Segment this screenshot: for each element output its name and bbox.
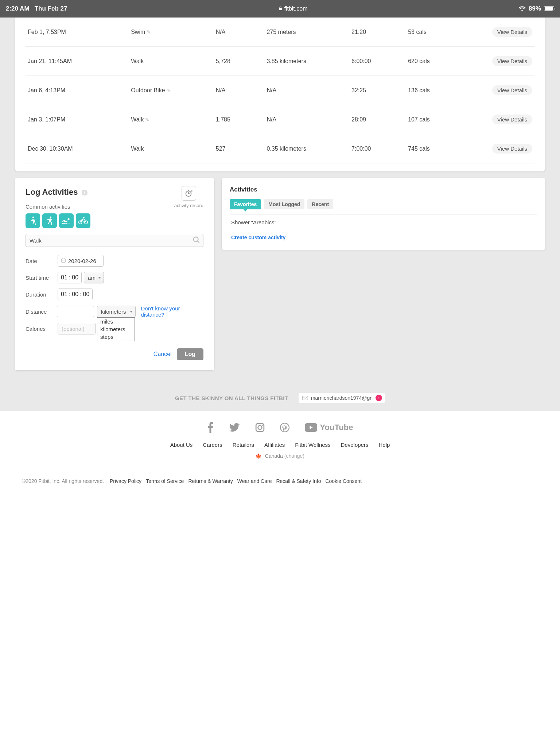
pencil-icon[interactable]: ✎: [167, 88, 171, 93]
duration-label: Duration: [26, 291, 58, 298]
footer-link[interactable]: Developers: [341, 442, 369, 448]
view-details-button[interactable]: View Details: [492, 27, 532, 37]
activity-search-input[interactable]: [26, 234, 203, 247]
run-icon[interactable]: [42, 213, 57, 228]
calories-label: Calories: [26, 326, 58, 332]
footer-link[interactable]: About Us: [170, 442, 193, 448]
view-details-button[interactable]: View Details: [492, 115, 532, 124]
ipad-status-bar: 2:20 AM Thu Feb 27 fitbit.com 89%: [0, 0, 560, 18]
activity-date: Jan 21, 11:45AM: [26, 47, 127, 76]
calories-input[interactable]: [58, 323, 96, 334]
log-activities-card: Log Activities i activity record Common …: [15, 178, 214, 370]
footer-link[interactable]: Help: [378, 442, 390, 448]
activity-duration: 32:25: [348, 76, 404, 105]
date-input[interactable]: 2020-02-26: [58, 255, 104, 267]
activity-date: Jan 3, 1:07PM: [26, 105, 127, 134]
activity-distance: 3.85 kilometers: [263, 47, 348, 76]
unit-option[interactable]: miles: [97, 318, 135, 325]
favorite-item[interactable]: Shower “Areobics”: [230, 215, 537, 230]
cancel-button[interactable]: Cancel: [153, 351, 172, 357]
pencil-icon[interactable]: ✎: [145, 117, 149, 123]
info-icon[interactable]: i: [82, 190, 88, 196]
wifi-icon: [518, 6, 526, 11]
unit-option[interactable]: kilometers: [97, 325, 135, 333]
date-label: Date: [26, 258, 58, 264]
table-row: Jan 21, 11:45AMWalk5,7283.85 kilometers6…: [26, 47, 534, 76]
legal-link[interactable]: Cookie Consent: [325, 478, 362, 484]
swim-icon[interactable]: [59, 213, 74, 228]
ampm-select[interactable]: am: [84, 272, 104, 283]
activity-steps: N/A: [212, 76, 263, 105]
legal-link[interactable]: Returns & Warranty: [188, 478, 233, 484]
table-row: Jan 3, 1:07PMWalk✎1,785N/A28:09107 calsV…: [26, 105, 534, 134]
newsletter-bar: GET THE SKINNY ON ALL THINGS FITBIT marn…: [0, 385, 560, 411]
distance-help-link[interactable]: Don't know your distance?: [141, 305, 203, 318]
footer-link[interactable]: Careers: [203, 442, 222, 448]
newsletter-email-input[interactable]: marnierichardson1974@gn ›: [299, 393, 385, 403]
svg-point-7: [194, 237, 198, 242]
site-footer: YouTube About UsCareersRetailersAffiliat…: [0, 411, 560, 499]
legal-link[interactable]: Privacy Policy: [110, 478, 141, 484]
status-date: Thu Feb 27: [35, 5, 67, 12]
activity-duration: 21:20: [348, 18, 404, 47]
region-selector[interactable]: 🍁 Canada (change): [0, 453, 560, 459]
bike-icon[interactable]: [76, 213, 90, 228]
footer-link[interactable]: Affiliates: [264, 442, 285, 448]
start-time-input[interactable]: 01:00: [58, 272, 82, 283]
activity-date: Jan 6, 4:13PM: [26, 76, 127, 105]
walk-icon[interactable]: [26, 213, 40, 228]
distance-unit-select[interactable]: kilometers mileskilometerssteps: [97, 306, 136, 317]
activity-calories: 620 cals: [404, 47, 467, 76]
log-button[interactable]: Log: [177, 348, 203, 360]
activity-record[interactable]: activity record: [174, 186, 203, 208]
activity-steps: 5,728: [212, 47, 263, 76]
activity-history-card: Feb 1, 7:53PMSwim✎N/A275 meters21:2053 c…: [15, 18, 545, 171]
duration-input[interactable]: 01:00:00: [58, 289, 93, 300]
svg-rect-9: [303, 396, 308, 400]
svg-point-11: [258, 426, 262, 430]
unit-option[interactable]: steps: [97, 333, 135, 341]
activity-duration: 7:00:00: [348, 134, 404, 163]
battery-icon: [544, 6, 554, 11]
tab-recent[interactable]: Recent: [307, 199, 333, 209]
distance-unit-dropdown[interactable]: mileskilometerssteps: [97, 317, 135, 341]
browser-domain: fitbit.com: [284, 5, 307, 12]
search-icon[interactable]: [192, 236, 201, 244]
newsletter-submit-icon[interactable]: ›: [376, 395, 382, 401]
youtube-link[interactable]: YouTube: [305, 423, 353, 432]
activity-table: Feb 1, 7:53PMSwim✎N/A275 meters21:2053 c…: [26, 18, 534, 163]
activity-calories: 107 cals: [404, 105, 467, 134]
view-details-button[interactable]: View Details: [492, 56, 532, 66]
activity-date: Feb 1, 7:53PM: [26, 18, 127, 47]
activity-name: Outdoor Bike✎: [127, 76, 212, 105]
activities-sidebar: Activities FavoritesMost LoggedRecent Sh…: [222, 178, 545, 250]
instagram-icon[interactable]: [255, 423, 265, 432]
activity-duration: 6:00:00: [348, 47, 404, 76]
tab-favorites[interactable]: Favorites: [230, 199, 261, 209]
view-details-button[interactable]: View Details: [492, 144, 532, 154]
footer-link[interactable]: Retailers: [233, 442, 254, 448]
svg-point-3: [67, 218, 69, 220]
legal-link[interactable]: Wear and Care: [237, 478, 272, 484]
facebook-icon[interactable]: [207, 422, 214, 433]
envelope-icon: [302, 396, 308, 400]
create-custom-activity-link[interactable]: Create custom activity: [230, 230, 537, 246]
pencil-icon[interactable]: ✎: [147, 29, 151, 35]
twitter-icon[interactable]: [229, 423, 240, 432]
legal-link[interactable]: Recall & Safety Info: [276, 478, 321, 484]
activity-date: Dec 30, 10:30AM: [26, 134, 127, 163]
view-details-button[interactable]: View Details: [492, 85, 532, 95]
activity-distance: N/A: [263, 76, 348, 105]
activity-calories: 53 cals: [404, 18, 467, 47]
table-row: Dec 30, 10:30AMWalk5270.35 kilometers7:0…: [26, 134, 534, 163]
legal-link[interactable]: Terms of Service: [146, 478, 184, 484]
newsletter-text: GET THE SKINNY ON ALL THINGS FITBIT: [175, 395, 288, 401]
sidebar-title: Activities: [230, 186, 537, 193]
activity-calories: 136 cals: [404, 76, 467, 105]
activity-distance: N/A: [263, 105, 348, 134]
activity-steps: 527: [212, 134, 263, 163]
tab-most-logged[interactable]: Most Logged: [264, 199, 304, 209]
pinterest-icon[interactable]: [280, 423, 289, 432]
footer-link[interactable]: Fitbit Wellness: [295, 442, 330, 448]
distance-input[interactable]: [57, 306, 94, 317]
